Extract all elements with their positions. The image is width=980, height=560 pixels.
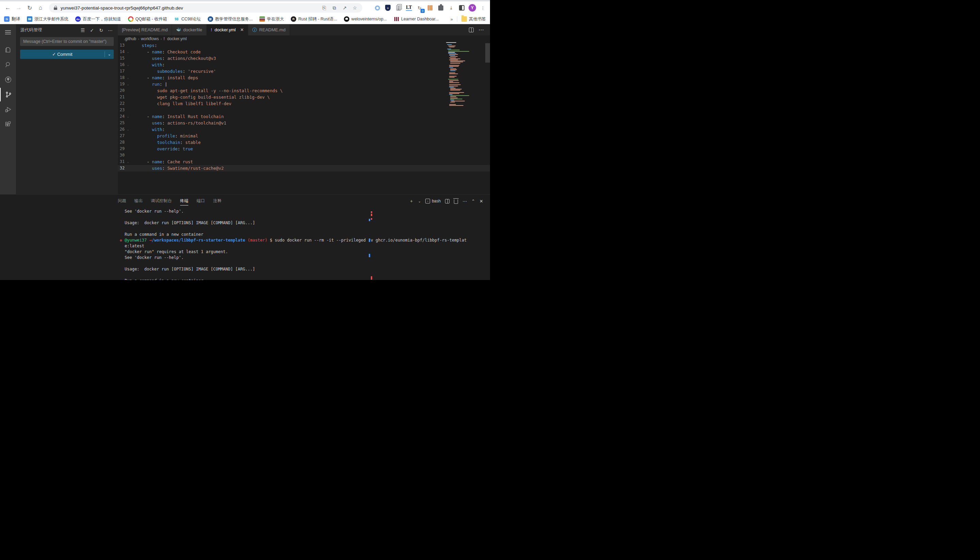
code-line[interactable]: 23 [118,107,490,113]
refresh-icon[interactable]: ↻ [99,28,104,33]
bookmark-item[interactable]: 教学管理信息服务... [208,16,253,22]
code-line[interactable]: 15 uses: actions/checkout@v3 [118,55,490,62]
panel-tab-问题[interactable]: 问题 [118,197,126,205]
maximize-panel-icon[interactable]: ⌃ [471,199,475,204]
close-tab-icon[interactable]: ✕ [240,27,244,32]
fold-chevron-icon[interactable]: ⌄ [125,48,131,55]
terminal-instance[interactable]: › bash [425,199,441,203]
code-line[interactable]: 30 [118,152,490,158]
commit-button[interactable]: ✓ Commit ⌄ [20,50,114,59]
code-line[interactable]: 18⌄ - name: install deps [118,75,490,81]
fold-chevron-icon[interactable]: ⌄ [125,158,131,165]
extension-circle-icon[interactable] [373,4,381,12]
forward-icon[interactable]: → [14,3,23,12]
code-line[interactable]: 16⌄ with: [118,62,490,68]
code-line[interactable]: 27 profile: minimal [118,133,490,139]
crayons-extension-icon[interactable] [426,4,434,12]
panel-tab-端口[interactable]: 端口 [196,197,205,205]
back-icon[interactable]: ← [3,3,12,12]
sidebar-toggle-icon[interactable] [458,4,465,12]
extension-pages-icon[interactable] [395,4,402,12]
code-line[interactable]: 13 steps: [118,42,490,48]
close-panel-icon[interactable]: ✕ [480,199,483,204]
fold-chevron-icon[interactable]: ⌄ [125,126,131,133]
breadcrumb-file[interactable]: docker.yml [167,37,187,41]
extensions-puzzle-icon[interactable] [437,4,444,12]
bookmark-item[interactable]: weloveinterns/op... [344,16,387,22]
breadcrumb-item[interactable]: .github [124,37,136,41]
panel-tab-输出[interactable]: 输出 [134,197,143,205]
address-bar[interactable]: yunwei37-potential-space-trout-rpr5qwj66… [49,3,362,13]
languagetool-icon[interactable]: LT [405,4,413,12]
code-line[interactable]: 19⌄ run: | [118,81,490,87]
open-in-new-icon[interactable]: ⧉ [330,4,338,12]
share-icon[interactable]: ↗ [341,4,349,12]
commit-message-input[interactable] [20,37,114,46]
code-line[interactable]: 17 submodules: 'recursive' [118,68,490,75]
panel-tab-调试控制台[interactable]: 调试控制台 [151,197,172,205]
minimap[interactable] [446,42,475,194]
bookmarks-overflow-chevron[interactable]: » [450,17,453,22]
search-icon[interactable] [0,58,16,72]
commit-check-icon[interactable]: ✓ [89,28,95,33]
profile-avatar[interactable]: Y [468,4,476,12]
task-clipboard-icon[interactable]: ⎘ [320,4,328,12]
code-line[interactable]: 21 wget pkg-config build-essential zlib1… [118,94,490,100]
menu-hamburger-icon[interactable] [0,25,16,39]
more-actions-icon[interactable]: ⋯ [108,28,113,33]
commit-dropdown-chevron-icon[interactable]: ⌄ [105,52,114,57]
reload-icon[interactable]: ↻ [25,3,34,12]
bookmark-star-icon[interactable]: ☆ [351,4,359,12]
new-terminal-icon[interactable]: ＋ [409,198,414,204]
editor-more-actions-icon[interactable]: ⋯ [478,27,484,33]
code-line[interactable]: 24⌄ - name: Install Rust toolchain [118,113,490,120]
bookmark-item[interactable]: QQ邮箱 - 收件箱 [128,16,167,22]
code-line[interactable]: 20 sudo apt-get install -y --no-install-… [118,87,490,94]
view-as-list-icon[interactable]: ☰ [80,28,85,33]
terminal-dropdown-chevron-icon[interactable]: ⌄ [418,199,421,203]
downloads-icon[interactable]: ⤓ [447,4,455,12]
split-terminal-icon[interactable] [445,199,450,203]
tab-dockerfile[interactable]: 🐳dockerfile [172,24,206,35]
bookmark-item[interactable]: 浙江大学邮件系统 [27,16,69,22]
fold-chevron-icon[interactable]: ⌄ [125,75,131,81]
home-icon[interactable]: ⌂ [36,3,45,12]
explorer-icon[interactable] [0,43,16,57]
code-line[interactable]: 28 toolchain: stable [118,139,490,146]
bookmark-item[interactable]: 学在浙大 [259,16,284,22]
code-line[interactable]: 14⌄ - name: Checkout code [118,48,490,55]
extension-shield-icon[interactable]: » [384,4,391,12]
bookmark-item[interactable]: 百度一下，你就知道 [75,16,121,22]
bookmark-item[interactable]: CC98论坛 [174,16,201,22]
tab-readme-md[interactable]: iREADME.md [248,24,290,35]
github-icon[interactable] [0,73,16,87]
kill-terminal-icon[interactable] [454,199,458,204]
terminal-output[interactable]: See 'docker run --help'.Usage: docker ru… [118,208,490,280]
code-line[interactable]: 22 clang llvm libelf1 libelf-dev [118,100,490,107]
breadcrumb-item[interactable]: workflows [141,37,159,41]
bookmark-item[interactable]: Rust 招聘 - Rust语... [291,16,337,22]
url-text[interactable]: yunwei37-potential-space-trout-rpr5qwj66… [60,5,318,10]
editor-scrollbar-slider[interactable] [485,43,490,63]
panel-more-actions-icon[interactable]: ⋯ [462,199,467,204]
source-control-icon[interactable] [0,88,16,102]
split-editor-icon[interactable] [469,28,474,32]
tab-docker-yml[interactable]: !docker.yml✕ [207,24,248,35]
editor-scrollbar[interactable] [485,42,490,194]
panel-tab-注释[interactable]: 注释 [213,197,222,205]
fold-chevron-icon[interactable]: ⌄ [125,113,131,120]
code-line[interactable]: 29 override: true [118,146,490,152]
fold-chevron-icon[interactable]: ⌄ [125,62,131,68]
code-line[interactable]: 25 uses: actions-rs/toolchain@v1 [118,120,490,126]
browser-menu-kebab-icon[interactable]: ⋮ [479,4,487,12]
other-bookmarks-folder[interactable]: 其他书签 [462,16,486,22]
sync-extension-icon[interactable]: ↻0 [416,4,423,12]
code-line[interactable]: 31⌄ - name: Cache rust [118,158,490,165]
panel-tab-终端[interactable]: 终端 [180,197,189,205]
code-editor[interactable]: 13 steps:14⌄ - name: Checkout code15 use… [118,42,490,194]
code-line[interactable]: 26⌄ with: [118,126,490,133]
extensions-icon[interactable] [0,118,16,131]
fold-chevron-icon[interactable]: ⌄ [125,81,131,87]
bookmark-item[interactable]: 翻译 [4,16,20,22]
lock-icon[interactable] [54,6,57,10]
